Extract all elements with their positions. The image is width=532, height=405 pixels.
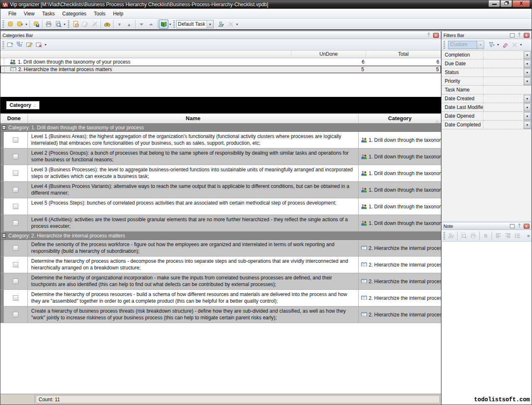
filter-preset-combobox[interactable]: Custom ▼ — [448, 41, 484, 49]
task-row[interactable]: Level 3 (Business Processes): the level … — [0, 165, 441, 182]
move-bottom-button[interactable]: ⏷ — [137, 20, 146, 29]
filter-dropdown-completion[interactable]: ▼ — [524, 51, 531, 59]
note-editor[interactable]: todolistsoft.com — [441, 242, 532, 405]
collapse-icon[interactable] — [2, 234, 6, 237]
filter-dropdown-date-completed[interactable]: ▼ — [524, 121, 531, 129]
task-row[interactable]: Determine the hierarchy of process resou… — [0, 290, 441, 306]
filter-dropdown-status[interactable]: ▼ — [524, 69, 531, 77]
panel-close-icon[interactable]: x — [523, 32, 530, 38]
column-header-done[interactable]: Done — [0, 114, 28, 123]
clear-type-button[interactable] — [226, 20, 235, 29]
filter-dropdown-date-created[interactable]: ▼ — [524, 95, 531, 103]
task-done-checkbox[interactable] — [13, 262, 18, 267]
clear-filter-button[interactable] — [500, 40, 510, 49]
bullet-list-button[interactable] — [512, 231, 522, 240]
print-preview-button[interactable] — [53, 20, 63, 29]
add-task-button[interactable] — [71, 20, 80, 29]
task-done-checkbox[interactable] — [13, 137, 18, 143]
task-done-checkbox[interactable] — [13, 204, 18, 209]
category-item[interactable]: 1. Drill down through the taxonomy of yo… — [0, 58, 441, 66]
task-row[interactable]: Level 4 (Business Process Variants): alt… — [0, 182, 441, 198]
delete-task-button[interactable] — [90, 20, 99, 29]
delete-filter-button[interactable] — [510, 40, 519, 49]
edit-category-button[interactable] — [25, 40, 34, 49]
move-down-button[interactable]: ▾ — [115, 20, 124, 29]
bold-button[interactable]: B — [481, 231, 490, 240]
task-done-checkbox[interactable] — [13, 220, 18, 226]
minimize-button[interactable] — [488, 0, 500, 7]
note-print-button[interactable] — [468, 231, 478, 240]
task-done-checkbox[interactable] — [13, 245, 18, 251]
toolbar-grip[interactable] — [173, 20, 175, 28]
task-done-checkbox[interactable] — [13, 187, 18, 193]
move-up-button[interactable]: ▴ — [124, 20, 134, 29]
pin-icon[interactable]: ⍑ — [426, 32, 432, 38]
group-by-chip[interactable]: Category △ — [6, 101, 39, 109]
menu-item-tasks[interactable]: Tasks — [38, 10, 59, 18]
apply-filter-button[interactable] — [487, 40, 496, 49]
task-done-checkbox[interactable] — [13, 154, 18, 159]
toolbar-grip[interactable] — [2, 20, 4, 28]
panel-close-icon[interactable]: x — [523, 223, 530, 229]
more-buttons-chevron[interactable]: » — [527, 233, 530, 238]
task-row[interactable]: Determine the hierarchy of organizationa… — [0, 273, 441, 290]
new-category-button[interactable] — [5, 40, 15, 49]
task-row[interactable]: Level 2 (Process Groups): a bunch of pro… — [0, 148, 441, 165]
print-preview-dropdown[interactable]: ▼ — [63, 23, 66, 26]
categories-toolbar-overflow[interactable]: ▼ — [44, 43, 47, 46]
assign-type-button[interactable] — [216, 20, 226, 29]
panel-close-icon[interactable]: x — [433, 32, 439, 38]
note-print-preview-button[interactable] — [459, 231, 468, 240]
close-button[interactable]: X — [512, 0, 530, 7]
pin-icon[interactable]: ⍑ — [516, 32, 522, 38]
task-row[interactable]: Level 5 (Process Steps): bunches of corr… — [0, 198, 441, 215]
task-done-checkbox[interactable] — [13, 295, 18, 301]
task-row[interactable]: Level 1 (Business Areas): the highest ag… — [0, 132, 441, 148]
pin-icon[interactable]: ⍑ — [516, 223, 522, 229]
task-type-combobox[interactable]: Default Task ▼ — [176, 20, 214, 28]
find-button[interactable] — [102, 20, 112, 29]
align-left-button[interactable] — [493, 231, 503, 240]
save-database-button[interactable] — [31, 20, 41, 29]
menu-item-tools[interactable]: Tools — [90, 10, 109, 18]
task-row[interactable]: Level 6 (Activities): activities are the… — [0, 215, 441, 232]
toolbar-grip[interactable] — [68, 20, 69, 28]
filters-toolbar-overflow[interactable]: ▼ — [519, 43, 523, 46]
task-done-checkbox[interactable] — [13, 170, 18, 176]
task-done-checkbox[interactable] — [13, 279, 18, 284]
type-toolbar-overflow[interactable]: ▼ — [235, 23, 239, 26]
notes-toggle-button[interactable] — [159, 20, 168, 29]
category-item[interactable]: 2. Hierarchize the internal process matt… — [0, 66, 441, 73]
column-header-total[interactable]: Total — [366, 51, 441, 58]
filter-dropdown-due-date[interactable]: ▼ — [524, 60, 531, 68]
filter-preset-dropdown-arrow[interactable]: ▼ — [477, 41, 484, 49]
restore-button[interactable] — [500, 0, 512, 7]
align-right-button[interactable] — [503, 231, 512, 240]
delete-category-button[interactable] — [34, 40, 44, 49]
new-database-button[interactable] — [5, 20, 15, 29]
apply-filter-dropdown[interactable]: ▼ — [496, 43, 500, 46]
filter-dropdown-priority[interactable]: ▼ — [524, 77, 531, 85]
move-top-button[interactable]: ⏶ — [146, 20, 156, 29]
new-subcategory-button[interactable] — [15, 40, 25, 49]
filter-dropdown-date-opened[interactable]: ▼ — [524, 112, 531, 120]
task-row[interactable]: Determine the hierarchy of process actio… — [0, 257, 441, 273]
task-row[interactable]: Define the seniority of the process work… — [0, 240, 441, 257]
group-header[interactable]: Category: 2. Hierarchize the internal pr… — [0, 232, 441, 240]
menu-item-view[interactable]: View — [20, 10, 38, 18]
column-header-category[interactable]: Category △ — [359, 114, 441, 123]
column-header-name[interactable]: Name — [28, 114, 359, 123]
notes-toggle-dropdown[interactable]: ▼ — [168, 23, 172, 26]
menu-item-categories[interactable]: Categories — [59, 10, 90, 18]
group-header[interactable]: Category: 1. Drill down through the taxo… — [0, 123, 441, 132]
apply-note-button[interactable] — [446, 231, 456, 240]
menu-item-file[interactable]: File — [5, 10, 20, 18]
task-done-checkbox[interactable] — [13, 312, 18, 317]
edit-task-button[interactable] — [80, 20, 90, 29]
panel-restore-icon[interactable] — [509, 32, 515, 38]
task-type-dropdown-arrow[interactable]: ▼ — [207, 20, 213, 28]
column-header-undone[interactable]: UnDone — [291, 51, 366, 58]
task-row[interactable]: Create a hierarchy of business process t… — [0, 306, 441, 323]
menu-item-help[interactable]: Help — [109, 10, 127, 18]
panel-restore-icon[interactable] — [509, 223, 515, 229]
